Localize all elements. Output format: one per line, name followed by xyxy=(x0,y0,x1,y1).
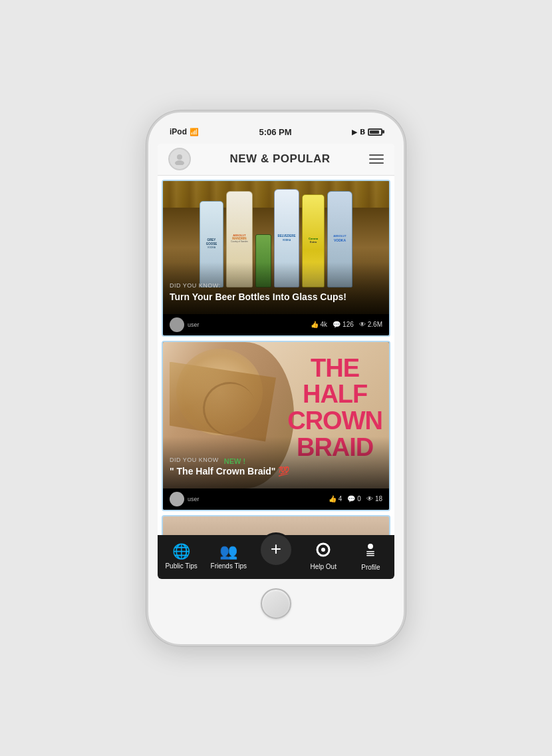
card2-views: 👁 18 xyxy=(366,495,382,502)
location-icon: ▶ xyxy=(352,128,357,136)
card1-username: user xyxy=(188,321,200,328)
nav-avatar[interactable] xyxy=(168,148,191,170)
card1-views: 👁 2.6M xyxy=(359,321,382,328)
tab-bar: 🌐 Public Tips 👥 Friends Tips + xyxy=(158,535,394,579)
card1-user: user xyxy=(170,317,200,332)
svg-rect-7 xyxy=(366,555,374,556)
card2-like-count: 4 xyxy=(339,495,343,502)
plus-icon: + xyxy=(271,540,281,558)
card2-emoji: 💯 xyxy=(278,466,289,476)
card2-overlay: DID YOU KNOW NEW ! " The Half Crown Brai… xyxy=(163,437,389,488)
comment2-icon: 💬 xyxy=(347,495,355,502)
home-button[interactable] xyxy=(261,588,291,619)
tab-help-out-label: Help Out xyxy=(310,563,336,570)
card2-title: " The Half Crown Braid" 💯 xyxy=(170,465,382,477)
wifi-icon: 📶 xyxy=(190,128,199,136)
svg-rect-5 xyxy=(366,551,374,552)
card2-header: DID YOU KNOW NEW ! xyxy=(170,457,382,465)
svg-point-0 xyxy=(177,154,182,160)
tab-public-tips-label: Public Tips xyxy=(165,562,197,570)
card2-did-you-know: DID YOU KNOW xyxy=(170,457,219,463)
card1-view-count: 2.6M xyxy=(368,321,382,328)
globe-icon: 🌐 xyxy=(172,543,190,560)
card2-footer: user 👍 4 💬 0 👁 18 xyxy=(163,488,389,510)
tab-friends-tips[interactable]: 👥 Friends Tips xyxy=(205,543,252,570)
bluetooth-icon: 𝗕 xyxy=(360,128,365,136)
home-button-area xyxy=(158,579,394,624)
tab-friends-tips-label: Friends Tips xyxy=(211,562,247,570)
card1-likes: 👍 4k xyxy=(311,321,328,328)
card2-comments: 💬 0 xyxy=(347,495,361,502)
status-bar: iPod 📶 5:06 PM ▶ 𝗕 xyxy=(158,124,394,144)
status-left: iPod 📶 xyxy=(170,127,199,136)
nav-title: NEW & POPULAR xyxy=(230,152,331,166)
card2-new-badge: NEW ! xyxy=(224,457,245,465)
card-1[interactable]: GREYGOOSEVODKA ABSOLUTMANDRINCountry of … xyxy=(162,180,390,337)
card1-comments: 💬 126 xyxy=(333,321,354,328)
status-right: ▶ 𝗕 xyxy=(352,128,382,136)
card2-likes: 👍 4 xyxy=(329,495,343,502)
card2-username: user xyxy=(188,496,200,502)
status-time: 5:06 PM xyxy=(259,127,291,137)
braid-crown: CROWN xyxy=(287,408,382,435)
card1-like-count: 4k xyxy=(321,321,328,328)
card1-image: GREYGOOSEVODKA ABSOLUTMANDRINCountry of … xyxy=(163,181,389,314)
hamburger-menu-icon[interactable] xyxy=(369,154,384,164)
tab-public-tips[interactable]: 🌐 Public Tips xyxy=(158,543,205,570)
svg-point-1 xyxy=(175,160,184,165)
nav-bar: NEW & POPULAR xyxy=(158,144,394,176)
card1-comment-count: 126 xyxy=(343,321,354,328)
card2-stats: 👍 4 💬 0 👁 18 xyxy=(329,495,382,502)
tab-profile[interactable]: Profile xyxy=(347,542,394,571)
card1-did-you-know: DID YOU KNOW: xyxy=(170,282,382,289)
card1-overlay: DID YOU KNOW: Turn Your Beer Bottles Int… xyxy=(163,262,389,313)
card1-title: Turn Your Beer Bottles Into Glass Cups! xyxy=(170,291,382,303)
card2-comment-count: 0 xyxy=(357,495,361,502)
feed: GREYGOOSEVODKA ABSOLUTMANDRINCountry of … xyxy=(158,176,394,535)
svg-point-4 xyxy=(368,544,373,549)
view2-icon: 👁 xyxy=(366,495,373,502)
add-button[interactable]: + xyxy=(259,532,293,567)
braid-half: HALF xyxy=(287,381,382,408)
card2-view-count: 18 xyxy=(375,495,382,502)
card1-footer: user 👍 4k 💬 126 👁 2.6M xyxy=(163,314,389,335)
friends-icon: 👥 xyxy=(219,543,237,560)
tab-help-out[interactable]: Help Out xyxy=(300,542,347,570)
card-2[interactable]: THE HALF CROWN BRAID DID YOU KNOW NEW ! … xyxy=(162,341,390,511)
like2-icon: 👍 xyxy=(329,495,337,502)
card2-user: user xyxy=(170,492,200,506)
svg-rect-6 xyxy=(366,553,374,554)
view-icon: 👁 xyxy=(359,321,366,328)
card1-stats: 👍 4k 💬 126 👁 2.6M xyxy=(311,321,382,328)
like-icon: 👍 xyxy=(311,321,319,328)
card1-avatar xyxy=(170,317,184,332)
svg-point-3 xyxy=(321,548,325,552)
screen: NEW & POPULAR xyxy=(158,144,394,579)
battery-icon xyxy=(368,128,382,136)
card2-title-text: " The Half Crown Braid" xyxy=(170,466,276,476)
braid-the: THE xyxy=(287,355,382,382)
tab-add[interactable]: + xyxy=(252,539,299,574)
ring-icon xyxy=(315,542,331,561)
comment-icon: 💬 xyxy=(333,321,341,328)
profile-icon xyxy=(362,542,378,562)
device-name: iPod xyxy=(170,127,187,136)
phone-frame: iPod 📶 5:06 PM ▶ 𝗕 NEW & POPULAR xyxy=(146,110,406,646)
tab-profile-label: Profile xyxy=(361,564,380,571)
card2-avatar xyxy=(170,492,184,506)
